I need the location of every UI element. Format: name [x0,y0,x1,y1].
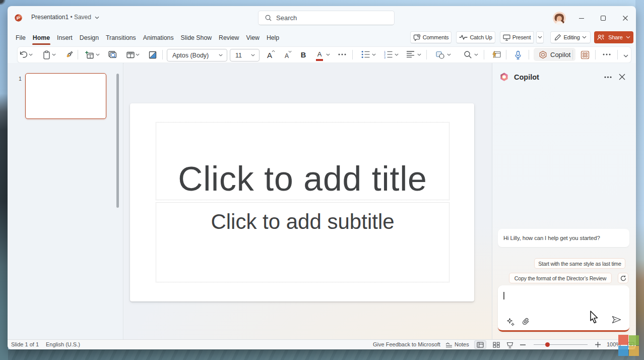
svg-text:P: P [17,15,20,21]
svg-text:3: 3 [384,56,385,58]
